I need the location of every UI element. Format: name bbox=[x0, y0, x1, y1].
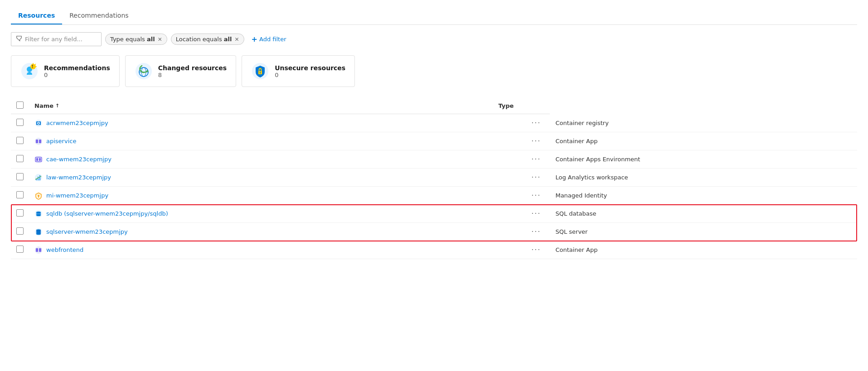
row-type-cell: Container registry bbox=[550, 114, 857, 132]
more-options-button[interactable]: ··· bbox=[531, 227, 541, 236]
row-dots-cell: ··· bbox=[493, 241, 550, 259]
svg-rect-48 bbox=[36, 248, 38, 252]
location-filter-chip[interactable]: Location equals all ✕ bbox=[171, 34, 244, 45]
more-options-button[interactable]: ··· bbox=[531, 191, 541, 200]
resource-table: Name ↑ Type acrwmem23cepmjpy···Container… bbox=[11, 98, 857, 259]
resource-name-text: sqlserver-wmem23cepmjpy bbox=[46, 228, 128, 235]
resource-name-link[interactable]: apiservice bbox=[34, 137, 488, 145]
row-checkbox-cell bbox=[11, 169, 29, 187]
unsecure-resources-card-info: Unsecure resources 0 bbox=[275, 64, 345, 78]
more-options-button[interactable]: ··· bbox=[531, 209, 541, 218]
row-checkbox[interactable] bbox=[16, 155, 24, 162]
table-row: sqldb (sqlserver-wmem23cepmjpy/sqldb)···… bbox=[11, 205, 857, 223]
resource-name-link[interactable]: webfrontend bbox=[34, 246, 488, 254]
type-column-label: Type bbox=[499, 102, 514, 109]
resource-icon bbox=[34, 137, 43, 145]
add-filter-label: Add filter bbox=[259, 36, 286, 43]
table-header-row: Name ↑ Type bbox=[11, 98, 857, 114]
svg-rect-29 bbox=[38, 177, 39, 180]
location-filter-value: all bbox=[224, 36, 232, 43]
unsecure-resources-icon bbox=[251, 62, 269, 80]
type-column-header[interactable]: Type bbox=[493, 98, 550, 114]
tab-resources[interactable]: Resources bbox=[11, 7, 62, 24]
svg-rect-49 bbox=[39, 248, 41, 252]
name-column-header[interactable]: Name ↑ bbox=[29, 98, 493, 114]
row-checkbox[interactable] bbox=[16, 246, 24, 253]
changed-resources-card-count: 8 bbox=[158, 72, 227, 78]
resource-name-text: law-wmem23cepmjpy bbox=[46, 174, 111, 181]
filter-input[interactable]: Filter for any field... bbox=[11, 32, 102, 46]
select-all-header[interactable] bbox=[11, 98, 29, 114]
row-name-cell: webfrontend bbox=[29, 241, 493, 259]
row-checkbox[interactable] bbox=[16, 191, 24, 198]
row-type-cell: Container App bbox=[550, 132, 857, 150]
svg-rect-25 bbox=[36, 158, 38, 161]
table-row: apiservice···Container App bbox=[11, 132, 857, 150]
changed-resources-card-title: Changed resources bbox=[158, 64, 227, 72]
row-dots-cell: ··· bbox=[493, 169, 550, 187]
unsecure-resources-card-count: 0 bbox=[275, 72, 345, 78]
row-dots-cell: ··· bbox=[493, 187, 550, 205]
resource-name-link[interactable]: sqlserver-wmem23cepmjpy bbox=[34, 228, 488, 236]
row-name-cell: apiservice bbox=[29, 132, 493, 150]
row-checkbox[interactable] bbox=[16, 209, 24, 217]
table-row: webfrontend···Container App bbox=[11, 241, 857, 259]
row-checkbox-cell bbox=[11, 150, 29, 169]
more-options-button[interactable]: ··· bbox=[531, 173, 541, 182]
resource-name-link[interactable]: mi-wmem23cepmjpy bbox=[34, 192, 488, 200]
resource-icon bbox=[34, 210, 43, 218]
more-options-button[interactable]: ··· bbox=[531, 137, 541, 145]
row-checkbox-cell bbox=[11, 205, 29, 223]
row-name-cell: acrwmem23cepmjpy bbox=[29, 114, 493, 132]
resource-name-link[interactable]: cae-wmem23cepmjpy bbox=[34, 155, 488, 164]
resource-name-link[interactable]: law-wmem23cepmjpy bbox=[34, 173, 488, 182]
resource-name-text: mi-wmem23cepmjpy bbox=[46, 192, 108, 199]
resource-name-text: webfrontend bbox=[46, 246, 83, 253]
row-checkbox[interactable] bbox=[16, 119, 24, 126]
recommendations-card[interactable]: ! Recommendations 0 bbox=[11, 55, 120, 87]
table-row: cae-wmem23cepmjpy···Container Apps Envir… bbox=[11, 150, 857, 169]
tab-recommendations[interactable]: Recommendations bbox=[62, 7, 136, 24]
row-name-cell: sqldb (sqlserver-wmem23cepmjpy/sqldb) bbox=[29, 205, 493, 223]
more-options-button[interactable]: ··· bbox=[531, 246, 541, 254]
row-checkbox[interactable] bbox=[16, 173, 24, 180]
resource-name-text: cae-wmem23cepmjpy bbox=[46, 156, 112, 163]
resource-name-link[interactable]: sqldb (sqlserver-wmem23cepmjpy/sqldb) bbox=[34, 210, 488, 218]
recommendations-card-title: Recommendations bbox=[44, 64, 110, 72]
svg-rect-22 bbox=[39, 140, 41, 143]
row-checkbox-cell bbox=[11, 114, 29, 132]
resource-icon bbox=[34, 173, 43, 182]
table-row: acrwmem23cepmjpy···Container registry bbox=[11, 114, 857, 132]
unsecure-resources-card[interactable]: Unsecure resources 0 bbox=[242, 55, 355, 87]
row-type-cell: SQL database bbox=[550, 205, 857, 223]
add-filter-button[interactable]: + Add filter bbox=[248, 33, 290, 45]
row-checkbox[interactable] bbox=[16, 137, 24, 144]
row-type-cell: Log Analytics workspace bbox=[550, 169, 857, 187]
plus-icon: + bbox=[252, 35, 257, 43]
resource-icon bbox=[34, 119, 43, 127]
type-filter-chip[interactable]: Type equals all ✕ bbox=[105, 34, 167, 45]
row-dots-cell: ··· bbox=[493, 223, 550, 241]
changed-resources-card[interactable]: Changed resources 8 bbox=[125, 55, 236, 87]
location-filter-close[interactable]: ✕ bbox=[235, 36, 239, 43]
resource-icon bbox=[34, 246, 43, 254]
row-name-cell: mi-wmem23cepmjpy bbox=[29, 187, 493, 205]
filter-bar: Filter for any field... Type equals all … bbox=[11, 32, 857, 46]
row-checkbox-cell bbox=[11, 132, 29, 150]
svg-rect-26 bbox=[39, 158, 41, 161]
resource-name-text: apiservice bbox=[46, 138, 76, 145]
recommendations-card-info: Recommendations 0 bbox=[44, 64, 110, 78]
select-all-checkbox[interactable] bbox=[16, 101, 24, 109]
resource-name-link[interactable]: acrwmem23cepmjpy bbox=[34, 119, 488, 127]
row-checkbox[interactable] bbox=[16, 227, 24, 235]
name-column-label: Name bbox=[34, 102, 53, 109]
svg-point-46 bbox=[36, 233, 41, 235]
row-dots-cell: ··· bbox=[493, 132, 550, 150]
more-options-button[interactable]: ··· bbox=[531, 119, 541, 127]
filter-icon bbox=[16, 35, 22, 43]
type-filter-close[interactable]: ✕ bbox=[158, 36, 162, 43]
svg-rect-21 bbox=[36, 140, 38, 143]
row-name-cell: law-wmem23cepmjpy bbox=[29, 169, 493, 187]
more-options-button[interactable]: ··· bbox=[531, 155, 541, 164]
recommendations-icon: ! bbox=[20, 62, 39, 80]
